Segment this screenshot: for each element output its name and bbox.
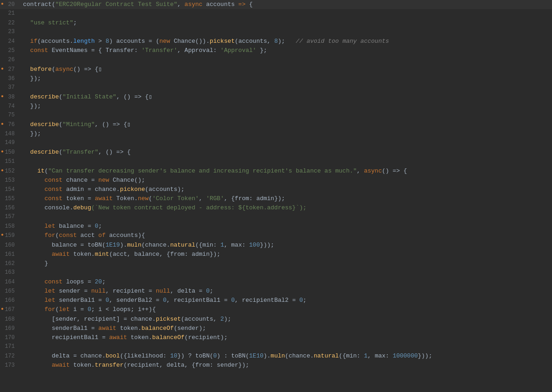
code-token: , senderBal2 = xyxy=(109,297,163,304)
code-token: token. xyxy=(127,334,152,341)
code-token xyxy=(23,251,52,258)
line-code: delta = chance.bool({likelihood: 10}) ? … xyxy=(19,352,552,361)
code-token: delta = chance. xyxy=(23,352,105,359)
line-number: 36 xyxy=(0,75,19,83)
code-token: it xyxy=(37,167,45,174)
code-token: Chance(); xyxy=(109,177,145,184)
code-token: async xyxy=(364,167,382,174)
code-token: token. xyxy=(116,325,142,332)
code-token: ); xyxy=(278,38,296,45)
code-token: ( xyxy=(59,121,63,128)
code-token xyxy=(23,278,45,285)
line-code: const chance = new Chance(); xyxy=(19,176,552,185)
code-line: 156 console.debug(`New token contract de… xyxy=(0,203,552,213)
code-token: 1E10 xyxy=(249,352,264,359)
code-token: muln xyxy=(270,352,285,359)
code-token: ; xyxy=(303,297,307,304)
code-token: await xyxy=(109,334,127,341)
code-token: 'Color Token' xyxy=(152,195,199,202)
code-token: debug xyxy=(73,204,91,211)
code-token xyxy=(23,186,45,193)
code-token: await xyxy=(95,195,113,202)
code-token: , () => { xyxy=(116,93,149,100)
line-code: before(async() => {▯ xyxy=(19,65,552,74)
code-token: }); xyxy=(23,103,41,110)
code-token: describe xyxy=(30,121,59,128)
code-line: 38 describe("Initial State", () => {▯ xyxy=(0,92,552,102)
code-token: 0 xyxy=(299,297,303,304)
line-number: 169 xyxy=(0,324,19,333)
code-token xyxy=(23,297,45,304)
code-token: ({min: xyxy=(339,352,364,359)
code-token: (accounts. xyxy=(37,38,73,45)
line-number: 26 xyxy=(0,56,19,64)
code-token: (chance. xyxy=(285,352,314,359)
code-line: 74 }); xyxy=(0,102,552,111)
line-code: } xyxy=(19,259,552,268)
line-code: if(accounts.length > 8) accounts = (new … xyxy=(19,37,552,46)
code-line: 148 }); xyxy=(0,129,552,138)
code-token: recipientBal1 = xyxy=(23,334,109,341)
code-line: 151 xyxy=(0,157,552,167)
line-code: const EventNames = { Transfer: 'Transfer… xyxy=(19,46,552,55)
code-token xyxy=(23,66,30,73)
code-token: sender = xyxy=(55,288,91,294)
code-token: 'RGB' xyxy=(206,195,224,202)
line-code: }); xyxy=(19,74,552,83)
line-number: 153 xyxy=(0,176,19,185)
code-token: (recipient); xyxy=(184,334,228,341)
code-token: new xyxy=(138,195,149,202)
code-token: for xyxy=(45,306,55,313)
code-token: ( xyxy=(55,306,59,313)
line-number: 150 xyxy=(0,148,19,157)
line-number: 156 xyxy=(0,204,19,213)
code-token xyxy=(23,195,45,202)
line-number: 163 xyxy=(0,268,19,277)
code-token: ; xyxy=(102,278,106,285)
code-token xyxy=(23,362,52,369)
code-token: before xyxy=(30,66,52,73)
line-number: 157 xyxy=(0,213,19,221)
code-token: const xyxy=(30,47,48,54)
code-token: Chance()). xyxy=(170,38,210,45)
line-code: contract("ERC20Regular Contract Test Sui… xyxy=(19,0,552,9)
line-number: 172 xyxy=(0,352,19,361)
line-number: 160 xyxy=(0,241,19,250)
line-code: console.debug(`New token contract deploy… xyxy=(19,203,552,213)
line-number: 168 xyxy=(0,315,19,324)
code-token: () => { xyxy=(73,66,98,73)
line-code: recipientBal1 = await token.balanceOf(re… xyxy=(19,333,552,342)
code-token: 'Transfer' xyxy=(141,47,177,54)
line-code: const loops = 20; xyxy=(19,277,552,287)
code-token: "use strict" xyxy=(30,19,74,26)
code-line: 173 await token.transfer(recipient, delt… xyxy=(0,361,552,370)
code-token: , xyxy=(357,167,364,174)
code-token: "Transfer" xyxy=(63,149,98,156)
code-line: 149 xyxy=(0,138,552,148)
code-token: balance = toBN( xyxy=(23,242,105,248)
line-code: describe("Minting", () => {▯ xyxy=(19,120,552,129)
code-token: const xyxy=(45,177,63,184)
code-line: 153 const chance = new Chance(); xyxy=(0,176,552,185)
code-token: mint xyxy=(95,251,109,258)
code-token: natural xyxy=(314,352,339,359)
code-line: 37 xyxy=(0,83,552,92)
code-token: "ERC20Regular Contract Test Suite" xyxy=(55,1,177,8)
line-number: 173 xyxy=(0,361,19,370)
code-token: (recipient, delta, {from: sender}); xyxy=(123,362,249,369)
code-token: pickset xyxy=(156,316,181,323)
code-token: describe xyxy=(30,93,59,100)
code-token: transfer xyxy=(95,362,123,369)
code-line: 75 xyxy=(0,111,552,120)
code-token: , recipientBal2 = xyxy=(235,297,299,304)
code-token: i = xyxy=(69,306,87,313)
code-editor: 20contract("ERC20Regular Contract Test S… xyxy=(0,0,552,392)
code-token: await xyxy=(52,251,69,258)
code-line: 23 xyxy=(0,28,552,37)
code-token: if xyxy=(30,38,38,45)
line-number: 159 xyxy=(0,231,19,240)
code-token: Token. xyxy=(113,195,138,202)
code-token: ▯ xyxy=(98,66,102,73)
code-line: 155 const token = await Token.new('Color… xyxy=(0,194,552,203)
code-token: balanceOf xyxy=(141,325,173,332)
